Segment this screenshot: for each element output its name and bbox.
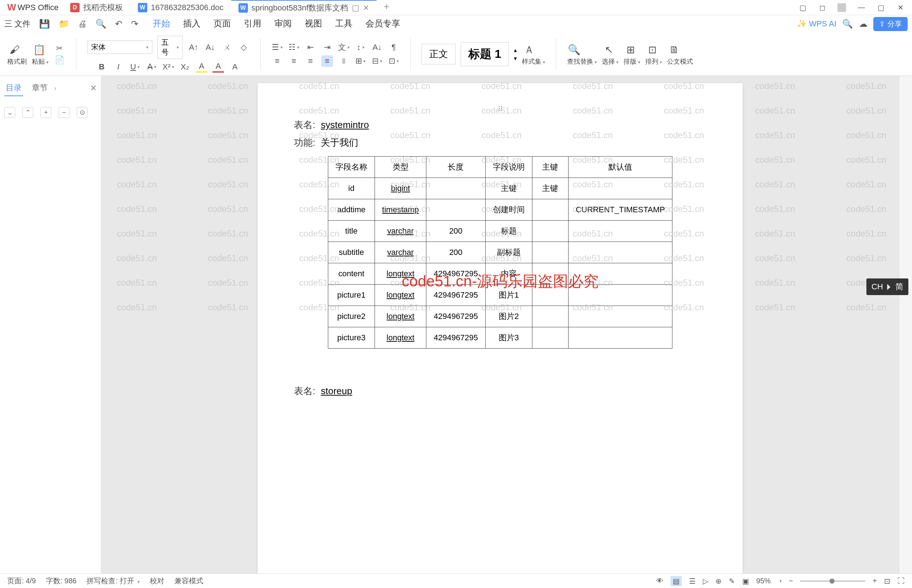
line-spacing-icon[interactable]: ↕▾ [355,42,366,53]
view-outline-icon[interactable]: ☰ [689,577,696,585]
redo-icon[interactable]: ↷ [131,19,138,29]
minimize-icon[interactable]: — [857,3,866,12]
highlight-icon[interactable]: A [196,61,207,73]
zoom-thumb[interactable] [829,578,834,584]
decrease-indent-icon[interactable]: ⇤ [305,42,316,53]
copy-icon[interactable]: 📄 [53,54,65,66]
italic-icon[interactable]: I [113,61,124,73]
tab-template[interactable]: D 找稻壳模板 [63,0,131,15]
phonetic-icon[interactable]: ㄨ [221,42,233,53]
remove-icon[interactable]: − [58,107,70,118]
menu-reference[interactable]: 引用 [244,14,261,34]
menu-review[interactable]: 审阅 [274,14,292,34]
status-compat[interactable]: 兼容模式 [175,576,203,586]
zoom-in-icon[interactable]: + [873,577,877,585]
style-normal[interactable]: 正文 [422,44,456,65]
view-web-icon[interactable]: ⊕ [716,577,722,585]
close-window-icon[interactable]: ✕ [896,3,905,12]
share-button[interactable]: ⇪ 分享 [873,17,908,31]
cube-icon[interactable]: ◻ [818,3,826,12]
file-menu[interactable]: 三 文件 [4,15,31,33]
align-left-icon[interactable]: ≡ [271,55,283,67]
status-words[interactable]: 字数: 986 [46,576,76,586]
chevron-right-icon[interactable]: › [54,85,56,92]
wps-ai-button[interactable]: ✨ WPS AI [797,19,836,29]
sidebar-tab-chapter[interactable]: 章节 [31,80,49,96]
sidebar-tab-toc[interactable]: 目录 [4,80,23,96]
text-direction-icon[interactable]: 文▾ [338,42,350,53]
style-nav-down-icon[interactable]: ▾ [514,55,517,62]
view-focus-icon[interactable]: ▣ [742,577,749,585]
preview-icon[interactable]: 🔍 [96,19,106,29]
sort-icon[interactable]: A↓ [371,42,383,53]
subscript-icon[interactable]: X₂ [179,61,191,73]
status-proof[interactable]: 校对 [150,576,164,586]
find-icon[interactable]: 🔍 [567,43,582,57]
style-heading1[interactable]: 标题 1 [461,42,509,66]
bullet-list-icon[interactable]: ☰▾ [271,42,283,53]
decrease-font-icon[interactable]: A↓ [204,42,216,53]
search-icon[interactable]: 🔍 [842,19,853,29]
view-read-icon[interactable]: ▷ [703,577,708,585]
zoom-slider[interactable] [800,580,865,582]
drag-handle-icon[interactable]: ⠿ [294,105,706,113]
tabs-icon[interactable]: ⊡▾ [388,55,400,67]
text-wrap-icon[interactable]: ⊞▾ [355,55,366,67]
menu-start[interactable]: 开始 [153,14,170,34]
formula-mode-icon[interactable]: 🗎 [667,43,682,57]
underline-icon[interactable]: U▾ [129,61,141,73]
save-icon[interactable]: 💾 [39,19,50,29]
document-area[interactable]: code51.cn-源码乐园盗图必究 ⠿ 表名: systemintro 功能:… [101,76,899,573]
font-color-icon[interactable]: A [212,61,224,73]
font-size-select[interactable]: 五号▾ [157,36,183,59]
layout-icon[interactable]: ⊞ [624,43,638,57]
avatar-icon[interactable] [837,3,846,12]
format-painter-icon[interactable]: 🖌 [7,43,22,57]
menu-insert[interactable]: 插入 [183,14,201,34]
arrange-icon[interactable]: ⊡ [645,43,660,57]
fullscreen-icon[interactable]: ⛶ [897,577,905,585]
columns-icon[interactable]: ⊟▾ [371,55,383,67]
tab-doc1[interactable]: W 1678632825306.doc [131,0,231,15]
menu-page[interactable]: 页面 [214,14,231,34]
show-marks-icon[interactable]: ¶ [388,42,400,53]
tab-preview-icon[interactable]: ▢ [352,3,360,13]
distribute-icon[interactable]: ⫴ [338,55,350,67]
add-icon[interactable]: + [40,107,52,118]
align-justify-icon[interactable]: ≡ [321,55,333,67]
font-name-select[interactable]: 宋体▾ [87,40,152,54]
cloud-icon[interactable]: ☁ [859,19,867,29]
undo-icon[interactable]: ↶ [115,19,122,29]
align-center-icon[interactable]: ≡ [288,55,300,67]
view-page-icon[interactable]: ▤ [671,576,682,586]
style-set-icon[interactable]: Ａ [522,43,536,57]
collapse-up-icon[interactable]: ⌃ [23,107,33,118]
new-tab-button[interactable]: ＋ [377,0,396,15]
clear-format-icon[interactable]: ◇ [238,42,249,53]
style-nav-up-icon[interactable]: ▴ [514,47,517,53]
strikethrough-icon[interactable]: A̶▾ [146,61,157,73]
maximize-icon[interactable]: ▢ [876,3,885,12]
view-edit-icon[interactable]: ✎ [729,577,735,585]
multi-window-icon[interactable]: ▢ [799,3,807,12]
bold-icon[interactable]: B [96,61,107,73]
tab-doc2-active[interactable]: W springboot583nf数据库文档 ▢ ✕ [231,0,377,15]
eye-icon[interactable]: 👁 [656,577,663,585]
zoom-out-icon[interactable]: − [789,577,793,585]
zoom-value[interactable]: 95% [756,577,771,585]
close-icon[interactable]: ✕ [363,3,369,12]
paste-icon[interactable]: 📋 [32,43,46,57]
increase-indent-icon[interactable]: ⇥ [321,42,333,53]
align-right-icon[interactable]: ≡ [305,55,316,67]
select-icon[interactable]: ↖ [602,43,616,57]
menu-tools[interactable]: 工具 [335,14,353,34]
sidebar-close-icon[interactable]: ✕ [90,84,97,93]
menu-member[interactable]: 会员专享 [366,14,400,34]
status-page[interactable]: 页面: 4/9 [7,576,36,586]
menu-view[interactable]: 视图 [305,14,322,34]
cut-icon[interactable]: ✂ [53,43,65,54]
more-icon[interactable]: ⊙ [77,107,87,118]
status-spell[interactable]: 拼写检查: 打开 ▾ [86,576,140,586]
collapse-down-icon[interactable]: ⌄ [4,107,15,118]
increase-font-icon[interactable]: A↑ [188,42,199,53]
